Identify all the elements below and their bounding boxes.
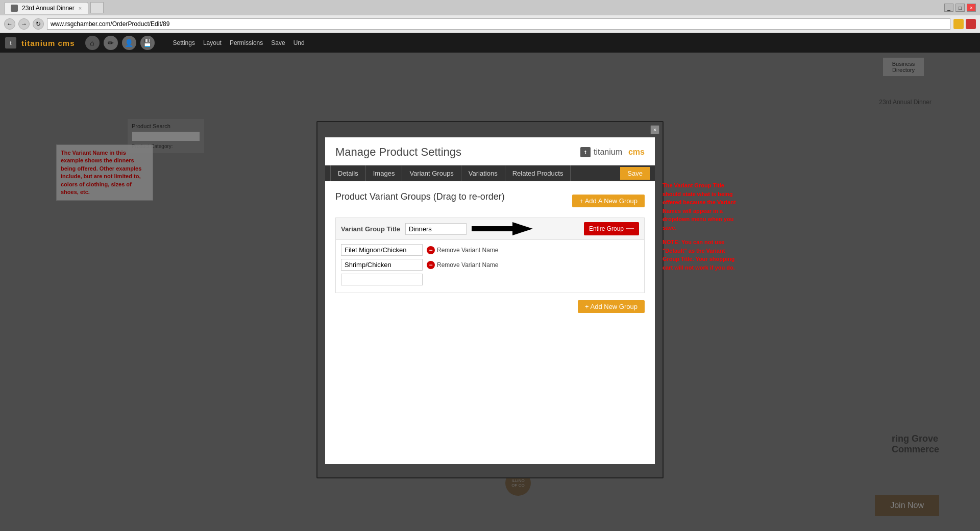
- page-background: Business Directory 23rd Annual Dinner Pr…: [0, 53, 980, 531]
- section-title: Product Variant Groups (Drag to re-order…: [335, 191, 505, 202]
- modal-header: Manage Product Settings t titanium cms: [325, 137, 655, 165]
- submenu-save[interactable]: Save: [268, 38, 288, 47]
- remove-variant-btn-1[interactable]: − Remove Variant Name: [427, 246, 499, 254]
- modal-save-button[interactable]: Save: [620, 167, 650, 180]
- cms-edit-icon[interactable]: ✏: [104, 36, 118, 50]
- tab-title: 23rd Annual Dinner: [22, 5, 75, 12]
- entire-group-button[interactable]: Entire Group —: [584, 222, 639, 235]
- browser-toolbar: ← → ↻: [0, 15, 980, 33]
- bookmark-icon: [953, 19, 964, 29]
- tab-related-products[interactable]: Related Products: [505, 165, 571, 181]
- variant-item-row-3: [341, 274, 639, 285]
- svg-marker-0: [472, 222, 533, 235]
- arrow-annotation: [472, 221, 533, 236]
- variant-name-input-3[interactable]: [341, 274, 423, 285]
- modal-container: × Manage Product Settings t titanium cms…: [316, 121, 664, 478]
- remove-icon-1: −: [427, 246, 435, 254]
- cms-toolbar: t titanium cms ⌂ ✏ 👤 💾 Settings Layout P…: [0, 33, 980, 53]
- entire-group-remove-icon: —: [626, 224, 634, 233]
- variant-group-title-input[interactable]: [405, 223, 467, 235]
- variant-name-input-2[interactable]: [341, 259, 423, 271]
- variant-name-input-1[interactable]: [341, 244, 423, 256]
- modal-overlay: × Manage Product Settings t titanium cms…: [0, 53, 980, 531]
- browser-titlebar: 23rd Annual Dinner × _ □ ×: [0, 0, 980, 15]
- variant-group-section: Variant Group Title Entire Group —: [335, 218, 645, 293]
- add-new-group-top-button[interactable]: + Add A New Group: [572, 195, 645, 207]
- remove-icon-2: −: [427, 261, 435, 269]
- submenu-layout[interactable]: Layout: [200, 38, 225, 47]
- submenu-permissions[interactable]: Permissions: [227, 38, 266, 47]
- cms-submenu: Settings Layout Permissions Save Und: [170, 38, 308, 47]
- right-annotation-panel: The Variant Group Title should state wha…: [663, 181, 742, 272]
- ext-icon-1: [966, 19, 976, 29]
- variant-item-row: − Remove Variant Name: [341, 244, 639, 256]
- submenu-settings[interactable]: Settings: [170, 38, 198, 47]
- tab-favicon: [11, 5, 18, 12]
- modal-brand: t titanium cms: [580, 147, 645, 157]
- extension-icons: [953, 19, 976, 29]
- add-new-group-bottom-button[interactable]: + Add New Group: [578, 300, 645, 313]
- tab-details[interactable]: Details: [330, 165, 366, 181]
- cms-home-icon[interactable]: ⌂: [85, 36, 100, 50]
- cms-nav-icons: ⌂ ✏ 👤 💾: [85, 36, 155, 50]
- add-group-bottom-row: + Add New Group: [335, 300, 645, 313]
- maximize-button[interactable]: □: [955, 4, 965, 12]
- tab-images[interactable]: Images: [366, 165, 403, 181]
- entire-group-label: Entire Group: [589, 225, 624, 232]
- modal-tabs: Details Images Variant Groups Variations…: [325, 165, 655, 181]
- address-bar[interactable]: [47, 18, 950, 30]
- variant-group-title-label: Variant Group Title: [341, 225, 400, 233]
- modal-body: Product Variant Groups (Drag to re-order…: [325, 181, 655, 323]
- modal-title: Manage Product Settings: [335, 146, 461, 159]
- variant-items: − Remove Variant Name − Remove Variant N…: [336, 240, 644, 293]
- brand-icon: t: [580, 147, 591, 157]
- cms-user-icon[interactable]: 👤: [122, 36, 136, 50]
- right-annotation-title: The Variant Group Title should state wha…: [663, 181, 742, 232]
- modal-inner: Manage Product Settings t titanium cms D…: [325, 137, 655, 464]
- tab-variant-groups[interactable]: Variant Groups: [402, 165, 461, 181]
- brand-titanium: titanium: [594, 148, 622, 157]
- minimize-button[interactable]: _: [944, 4, 953, 12]
- variant-group-header: Variant Group Title Entire Group —: [336, 218, 644, 240]
- variant-item-row-2: − Remove Variant Name: [341, 259, 639, 271]
- cms-logo: titanium cms: [21, 39, 75, 47]
- cms-save-icon[interactable]: 💾: [140, 36, 155, 50]
- remove-variant-label-2: Remove Variant Name: [437, 261, 499, 269]
- cms-logo-icon: t: [5, 37, 16, 49]
- forward-button[interactable]: →: [18, 18, 30, 30]
- browser-tab[interactable]: 23rd Annual Dinner ×: [4, 2, 88, 14]
- back-button[interactable]: ←: [4, 18, 15, 30]
- right-annotation-note: NOTE: You can not use "Default" as the V…: [663, 238, 742, 272]
- browser-chrome: 23rd Annual Dinner × _ □ × ← → ↻: [0, 0, 980, 33]
- section-header-row: Product Variant Groups (Drag to re-order…: [335, 191, 645, 210]
- remove-variant-label-1: Remove Variant Name: [437, 247, 499, 254]
- modal-close-button[interactable]: ×: [650, 125, 659, 134]
- refresh-button[interactable]: ↻: [33, 18, 44, 30]
- submenu-undo[interactable]: Und: [290, 38, 308, 47]
- tab-close-icon[interactable]: ×: [79, 5, 82, 11]
- window-controls: _ □ ×: [944, 4, 976, 12]
- close-button[interactable]: ×: [967, 4, 976, 12]
- remove-variant-btn-2[interactable]: − Remove Variant Name: [427, 261, 499, 269]
- tab-variations[interactable]: Variations: [461, 165, 505, 181]
- brand-cms: cms: [628, 148, 645, 157]
